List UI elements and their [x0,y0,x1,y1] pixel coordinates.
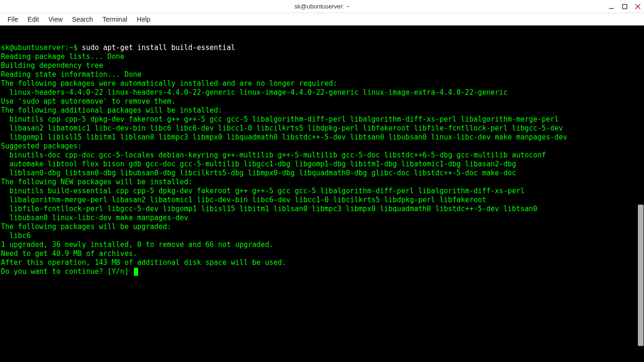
terminal-viewport[interactable]: sk@ubuntuserver:~$ sudo apt-get install … [0,25,644,362]
terminal-line: liblsan0-dbg libtsan0-dbg libubsan0-dbg … [1,169,643,178]
terminal-line: automake libtool flex bison gdb gcc-doc … [1,160,643,169]
menu-terminal[interactable]: Terminal [98,15,132,24]
shell-prompt: sk@ubuntuserver:~$ [1,43,82,52]
terminal-line: libc6 [1,231,643,240]
terminal-line: Need to get 40.9 MB of archives. [1,249,643,258]
window-controls [608,0,641,13]
svg-rect-1 [623,5,627,9]
maximize-button[interactable] [621,3,628,10]
terminal-line: After this operation, 143 MB of addition… [1,258,643,267]
window-title: sk@ubuntuserver: ~ [295,3,350,10]
menu-view[interactable]: View [44,15,67,24]
terminal-line: libfile-fcntllock-perl libgcc-5-dev libg… [1,205,643,214]
terminal-line: Reading package lists... Done [1,52,643,61]
entered-command: sudo apt-get install build-essential [82,43,235,52]
minimize-button[interactable] [608,3,615,10]
terminal-line: Building dependency tree [1,61,643,70]
terminal-line: The following NEW packages will be insta… [1,178,643,187]
continue-prompt: Do you want to continue? [Y/n] [1,267,133,276]
titlebar: sk@ubuntuserver: ~ [0,0,644,13]
terminal-line: Do you want to continue? [Y/n] [1,267,643,276]
cursor [134,268,138,276]
scrollbar-thumb[interactable] [638,205,644,346]
menu-help[interactable]: Help [132,15,155,24]
terminal-line: The following packages were automaticall… [1,79,643,88]
scrollbar[interactable] [637,25,644,362]
terminal-line: sk@ubuntuserver:~$ sudo apt-get install … [1,43,643,52]
menubar: File Edit View Search Terminal Help [0,13,644,25]
terminal-line: libubsan0 linux-libc-dev make manpages-d… [1,214,643,222]
terminal-line: linux-headers-4.4.0-22 linux-headers-4.4… [1,88,643,97]
terminal-line: libalgorithm-merge-perl libasan2 libatom… [1,196,643,205]
terminal-line: libasan2 libatomic1 libc-dev-bin libc6 l… [1,124,643,133]
terminal-line: Reading state information... Done [1,70,643,79]
terminal-line: libgomp1 libisl15 libitm1 liblsan0 libmp… [1,133,643,142]
terminal-window: sk@ubuntuserver: ~ File Edit View Search… [0,0,644,362]
terminal-line: Suggested packages: [1,142,643,151]
close-button[interactable] [635,3,641,10]
terminal-line: binutils-doc cpp-doc gcc-5-locales debia… [1,151,643,160]
terminal-line: The following packages will be upgraded: [1,222,643,231]
terminal-content: sk@ubuntuserver:~$ sudo apt-get install … [1,43,643,276]
terminal-line: binutils cpp cpp-5 dpkg-dev fakeroot g++… [1,115,643,124]
terminal-line: The following additional packages will b… [1,106,643,115]
menu-file[interactable]: File [3,15,23,24]
terminal-line: binutils build-essential cpp cpp-5 dpkg-… [1,187,643,196]
menu-edit[interactable]: Edit [23,15,44,24]
terminal-line: Use 'sudo apt autoremove' to remove them… [1,97,643,106]
terminal-line: 1 upgraded, 36 newly installed, 0 to rem… [1,240,643,249]
menu-search[interactable]: Search [67,15,98,24]
